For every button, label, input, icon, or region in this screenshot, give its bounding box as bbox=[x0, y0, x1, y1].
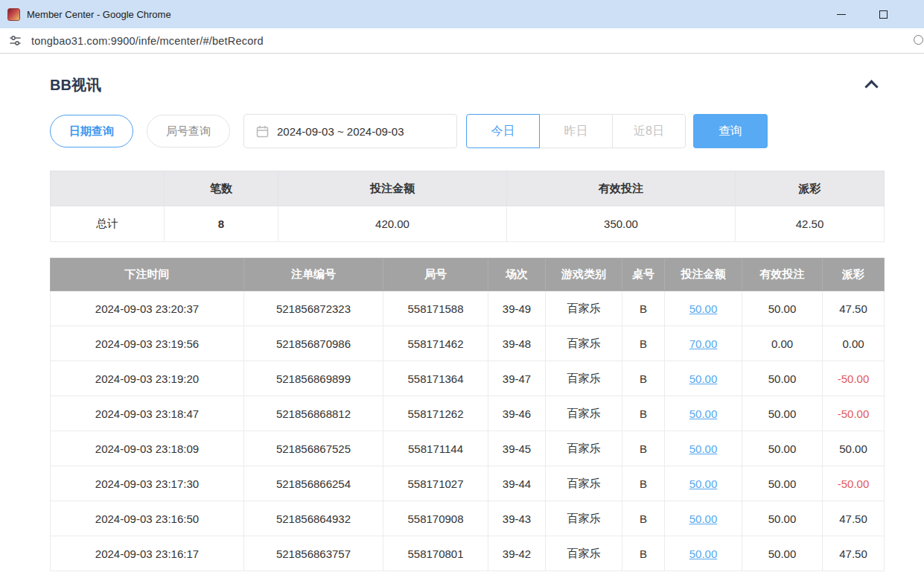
bet-id-cell: 521856868812 bbox=[244, 396, 383, 431]
summary-header-payout: 派彩 bbox=[736, 171, 885, 206]
date-range-value: 2024-09-03 ~ 2024-09-03 bbox=[277, 125, 404, 138]
header-bet-time: 下注时间 bbox=[51, 258, 244, 291]
valid-bet-cell: 50.00 bbox=[742, 431, 823, 466]
bet-id-cell: 521856869899 bbox=[244, 361, 383, 396]
session-cell: 39-49 bbox=[488, 291, 546, 326]
window-title: Member Center - Google Chrome bbox=[27, 9, 171, 20]
table-number-cell: B bbox=[622, 326, 665, 361]
game-type-cell: 百家乐 bbox=[546, 501, 622, 536]
valid-bet-cell: 50.00 bbox=[742, 466, 823, 501]
table-row: 2024-09-03 23:16:17521856863757558170801… bbox=[51, 536, 885, 571]
table-row: 2024-09-03 23:20:37521856872323558171588… bbox=[51, 291, 885, 326]
collapse-chevron-icon[interactable] bbox=[864, 80, 878, 93]
summary-header-blank bbox=[51, 171, 165, 206]
today-button[interactable]: 今日 bbox=[466, 114, 540, 148]
yesterday-button[interactable]: 昨日 bbox=[539, 114, 613, 148]
search-button[interactable]: 查询 bbox=[693, 114, 768, 148]
round-number-cell: 558171364 bbox=[383, 361, 488, 396]
header-round-number: 局号 bbox=[383, 258, 488, 291]
header-bet-amount: 投注金额 bbox=[665, 258, 742, 291]
table-number-cell: B bbox=[622, 431, 665, 466]
payout-cell: 50.00 bbox=[823, 431, 885, 466]
bet-amount-cell: 50.00 bbox=[665, 466, 742, 501]
game-type-cell: 百家乐 bbox=[546, 536, 622, 571]
address-bar: tongbao31.com:9900/infe/mcenter/#/betRec… bbox=[0, 28, 924, 54]
minimize-icon bbox=[837, 14, 846, 15]
date-query-tab[interactable]: 日期查询 bbox=[50, 115, 133, 147]
maximize-icon bbox=[879, 10, 888, 19]
valid-bet-cell: 50.00 bbox=[742, 536, 823, 571]
bet-amount-link[interactable]: 50.00 bbox=[689, 477, 718, 490]
round-number-cell: 558170801 bbox=[383, 536, 488, 571]
bet-time-cell: 2024-09-03 23:20:37 bbox=[51, 291, 244, 326]
table-row: 2024-09-03 23:18:47521856868812558171262… bbox=[51, 396, 885, 431]
bet-id-cell: 521856866254 bbox=[244, 466, 383, 501]
bet-time-cell: 2024-09-03 23:19:56 bbox=[51, 326, 244, 361]
bet-time-cell: 2024-09-03 23:19:20 bbox=[51, 361, 244, 396]
bet-id-cell: 521856864932 bbox=[244, 501, 383, 536]
bet-amount-link[interactable]: 50.00 bbox=[689, 442, 718, 455]
bet-amount-cell: 50.00 bbox=[665, 291, 742, 326]
valid-bet-cell: 50.00 bbox=[742, 396, 823, 431]
round-number-cell: 558171462 bbox=[383, 326, 488, 361]
table-number-cell: B bbox=[622, 501, 665, 536]
window-controls bbox=[830, 3, 924, 25]
table-number-cell: B bbox=[622, 396, 665, 431]
bet-amount-cell: 70.00 bbox=[665, 326, 742, 361]
summary-payout-value: 42.50 bbox=[736, 206, 885, 242]
bet-amount-link[interactable]: 50.00 bbox=[689, 512, 718, 525]
round-query-tab[interactable]: 局号查询 bbox=[147, 115, 230, 147]
valid-bet-cell: 0.00 bbox=[742, 326, 823, 361]
summary-header-valid-bet: 有效投注 bbox=[507, 171, 736, 206]
game-type-cell: 百家乐 bbox=[546, 396, 622, 431]
minimize-button[interactable] bbox=[830, 3, 853, 25]
bet-amount-link[interactable]: 50.00 bbox=[689, 548, 718, 560]
bet-amount-link[interactable]: 50.00 bbox=[689, 302, 718, 315]
header-bet-id: 注单编号 bbox=[244, 258, 383, 291]
session-cell: 39-47 bbox=[488, 361, 546, 396]
summary-header-row: 笔数 投注金额 有效投注 派彩 bbox=[51, 171, 885, 206]
app-icon bbox=[7, 8, 20, 21]
session-cell: 39-44 bbox=[488, 466, 546, 501]
bet-amount-cell: 50.00 bbox=[665, 431, 742, 466]
records-table: 下注时间 注单编号 局号 场次 游戏类别 桌号 投注金额 有效投注 派彩 202… bbox=[50, 258, 885, 571]
bet-amount-link[interactable]: 50.00 bbox=[689, 407, 718, 420]
quick-range-group: 今日 昨日 近8日 bbox=[466, 114, 686, 148]
bet-amount-cell: 50.00 bbox=[665, 361, 742, 396]
records-tbody: 2024-09-03 23:20:37521856872323558171588… bbox=[51, 291, 885, 571]
bet-id-cell: 521856872323 bbox=[244, 291, 383, 326]
payout-cell: -50.00 bbox=[823, 466, 885, 501]
payout-cell: 0.00 bbox=[823, 326, 885, 361]
filter-bar: 日期查询 局号查询 2024-09-03 ~ 2024-09-03 今日 昨日 … bbox=[50, 114, 884, 148]
bet-amount-cell: 50.00 bbox=[665, 396, 742, 431]
game-type-cell: 百家乐 bbox=[546, 361, 622, 396]
date-range-input[interactable]: 2024-09-03 ~ 2024-09-03 bbox=[243, 114, 457, 148]
bet-time-cell: 2024-09-03 23:16:50 bbox=[51, 501, 244, 536]
session-cell: 39-43 bbox=[488, 501, 546, 536]
bet-time-cell: 2024-09-03 23:16:17 bbox=[51, 536, 244, 571]
site-settings-icon[interactable] bbox=[9, 34, 22, 47]
table-row: 2024-09-03 23:19:56521856870986558171462… bbox=[51, 326, 885, 361]
table-number-cell: B bbox=[622, 536, 665, 571]
page-title: BB视讯 bbox=[50, 76, 101, 94]
valid-bet-cell: 50.00 bbox=[742, 361, 823, 396]
summary-header-count: 笔数 bbox=[165, 171, 278, 206]
table-row: 2024-09-03 23:18:09521856867525558171144… bbox=[51, 431, 885, 466]
valid-bet-cell: 50.00 bbox=[742, 501, 823, 536]
session-cell: 39-46 bbox=[488, 396, 546, 431]
bet-amount-link[interactable]: 70.00 bbox=[689, 337, 718, 350]
profile-icon[interactable] bbox=[914, 35, 923, 45]
section-header: BB视讯 bbox=[50, 76, 884, 94]
summary-count-value: 8 bbox=[165, 206, 278, 242]
maximize-button[interactable] bbox=[872, 3, 894, 25]
header-game-type: 游戏类别 bbox=[546, 258, 622, 291]
bet-amount-link[interactable]: 50.00 bbox=[689, 372, 718, 385]
payout-cell: -50.00 bbox=[823, 396, 885, 431]
url-text[interactable]: tongbao31.com:9900/infe/mcenter/#/betRec… bbox=[31, 35, 264, 47]
round-number-cell: 558171027 bbox=[383, 466, 488, 501]
session-cell: 39-42 bbox=[488, 536, 546, 571]
last-8-days-button[interactable]: 近8日 bbox=[612, 114, 686, 148]
header-session: 场次 bbox=[488, 258, 546, 291]
calendar-icon bbox=[256, 125, 269, 138]
summary-header-bet-amount: 投注金额 bbox=[278, 171, 507, 206]
